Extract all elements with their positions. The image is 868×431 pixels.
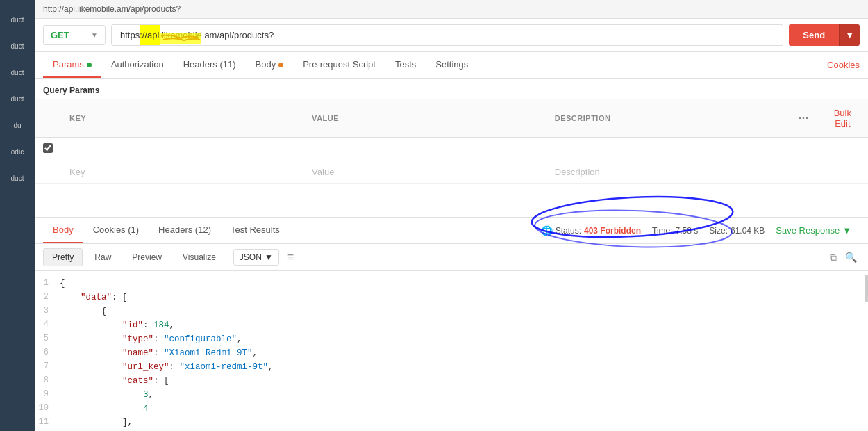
sidebar-item-5[interactable]: du (2, 113, 33, 138)
tab-body[interactable]: Body (246, 52, 294, 78)
request-tabs: Params Authorization Headers (11) Body P… (43, 52, 478, 78)
placeholder-actions-cell (790, 161, 817, 184)
placeholder-key: Key (69, 167, 85, 177)
bulk-edit-col: Bulk Edit (817, 99, 868, 138)
format-select[interactable]: JSON ▼ (233, 249, 279, 266)
tab-headers[interactable]: Headers (11) (174, 52, 246, 78)
json-content: ], (60, 416, 868, 430)
sidebar-item-7[interactable]: duct (2, 165, 33, 190)
resp-tab-body[interactable]: Body (43, 218, 83, 243)
json-content: 4 (60, 402, 868, 416)
line-number: 9 (35, 388, 60, 401)
cookies-link[interactable]: Cookies (827, 60, 860, 70)
sidebar-item-6[interactable]: odic (2, 139, 33, 164)
response-tabs: Body Cookies (1) Headers (12) Test Resul… (43, 218, 290, 243)
resp-tab-test-results[interactable]: Test Results (221, 218, 290, 243)
json-viewer[interactable]: 1 { 2 "data": [ 3 { 4 (35, 271, 868, 431)
json-line-7: 7 "url_key": "xiaomi-redmi-9t", (35, 360, 868, 374)
query-params-title: Query Params (35, 79, 868, 99)
save-response-button[interactable]: Save Response ▼ (776, 225, 851, 236)
resp-tab-headers[interactable]: Headers (12) (149, 218, 221, 243)
copy-icon[interactable]: ⧉ (827, 249, 840, 266)
url-row: GET ▼ Send ▼ (35, 19, 868, 52)
response-tabs-row: Body Cookies (1) Headers (12) Test Resul… (35, 218, 868, 244)
json-content: { (60, 304, 868, 318)
row-extra-cell (817, 138, 868, 161)
format-tab-preview[interactable]: Preview (123, 248, 171, 266)
globe-icon: 🌐 (541, 225, 553, 236)
placeholder-value-cell[interactable]: Value (303, 161, 546, 184)
col-check-header (35, 99, 61, 138)
sidebar-item-2[interactable]: duct (2, 33, 33, 58)
top-bar: http://api.likemobile.am/api/products? (35, 0, 868, 19)
sidebar: duct duct duct duct du odic duct (0, 0, 35, 431)
placeholder-check-cell (35, 161, 61, 184)
placeholder-desc: Description (555, 167, 600, 177)
line-number: 4 (35, 318, 60, 332)
json-content: { (60, 277, 868, 291)
status-label: Status: (556, 226, 581, 236)
status-value: 403 Forbidden (584, 226, 641, 236)
col-key-header: KEY (61, 99, 303, 138)
tab-pre-request[interactable]: Pre-request Script (293, 52, 385, 78)
json-content: "url_key": "xiaomi-redmi-9t", (60, 360, 868, 374)
sidebar-item-1[interactable]: duct (2, 7, 33, 32)
placeholder-value: Value (312, 167, 334, 177)
scrollbar[interactable] (865, 275, 868, 302)
col-value-header: VALUE (303, 99, 546, 138)
resp-tab-cookies[interactable]: Cookies (1) (83, 218, 149, 243)
time-badge: Time: 7.58 s (652, 226, 698, 236)
spacer (35, 184, 868, 217)
json-line-1: 1 { (35, 277, 868, 291)
more-options-icon[interactable]: ··· (799, 112, 809, 124)
json-line-10: 10 4 (35, 402, 868, 416)
sort-icon[interactable]: ≡ (287, 251, 294, 263)
format-chevron-icon: ▼ (265, 252, 273, 262)
time-label: Time: (652, 226, 673, 236)
json-content: "id": 184, (60, 318, 868, 332)
tab-authorization[interactable]: Authorization (101, 52, 174, 78)
save-response-chevron-icon: ▼ (842, 225, 851, 236)
tab-settings[interactable]: Settings (426, 52, 478, 78)
row-value-cell (303, 138, 546, 161)
row-key-cell (61, 138, 303, 161)
send-button[interactable]: Send (789, 24, 839, 46)
line-number: 6 (35, 346, 60, 359)
params-table: KEY VALUE DESCRIPTION ··· Bulk Edit (35, 99, 868, 184)
sidebar-item-4[interactable]: duct (2, 86, 33, 111)
row-checkbox[interactable] (43, 143, 53, 153)
line-number: 8 (35, 374, 60, 387)
table-row-checked (35, 138, 868, 161)
format-tab-raw[interactable]: Raw (85, 248, 120, 266)
tab-tests[interactable]: Tests (385, 52, 426, 78)
sidebar-item-3[interactable]: duct (2, 60, 33, 85)
json-line-5: 5 "type": "configurable", (35, 332, 868, 346)
placeholder-key-cell[interactable]: Key (61, 161, 303, 184)
placeholder-extra-cell (817, 161, 868, 184)
placeholder-desc-cell[interactable]: Description (546, 161, 790, 184)
format-tab-pretty[interactable]: Pretty (43, 248, 83, 266)
json-content: "cats": [ (60, 374, 868, 388)
line-number: 5 (35, 332, 60, 345)
line-number: 7 (35, 360, 60, 373)
json-content: "type": "configurable", (60, 332, 868, 346)
response-section: Body Cookies (1) Headers (12) Test Resul… (35, 217, 868, 431)
json-line-11: 11 ], (35, 416, 868, 430)
send-dropdown-button[interactable]: ▼ (839, 24, 860, 46)
json-content: 3, (60, 388, 868, 402)
search-icon[interactable]: 🔍 (842, 249, 860, 266)
format-tab-visualize[interactable]: Visualize (174, 248, 225, 266)
row-desc-cell (546, 138, 790, 161)
json-line-9: 9 3, (35, 388, 868, 402)
url-input[interactable] (111, 24, 783, 46)
json-content: "name": "Xiaomi Redmi 9T", (60, 346, 868, 360)
tab-params[interactable]: Params (43, 52, 101, 78)
line-number: 3 (35, 304, 60, 318)
method-text: GET (51, 30, 69, 40)
query-params-section: Query Params KEY VALUE DESCRIPTION ··· B… (35, 79, 868, 184)
method-select[interactable]: GET ▼ (43, 25, 106, 45)
json-line-6: 6 "name": "Xiaomi Redmi 9T", (35, 346, 868, 360)
bulk-edit-button[interactable]: Bulk Edit (826, 104, 860, 133)
body-dot (278, 63, 283, 67)
params-dot (87, 63, 92, 67)
